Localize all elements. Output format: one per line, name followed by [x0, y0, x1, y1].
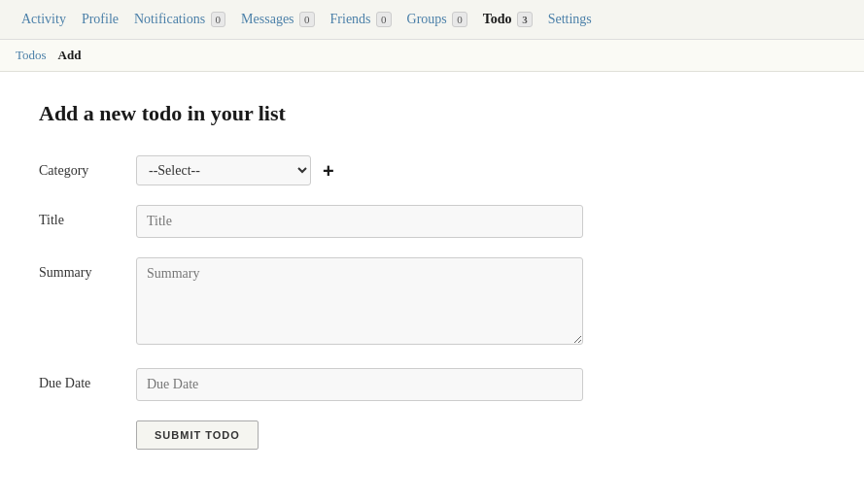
title-row: Title: [39, 205, 719, 238]
top-nav: Activity Profile Notifications 0 Message…: [0, 0, 864, 40]
nav-label-groups: Groups: [407, 12, 447, 26]
messages-badge: 0: [299, 12, 315, 27]
subnav-item-add[interactable]: Add: [58, 48, 82, 63]
groups-badge: 0: [452, 12, 467, 27]
sub-nav: Todos Add: [0, 40, 864, 72]
nav-item-settings[interactable]: Settings: [542, 8, 598, 31]
nav-label-todo: Todo: [483, 12, 512, 26]
title-label: Title: [39, 205, 136, 228]
nav-item-groups[interactable]: Groups 0: [401, 8, 473, 31]
due-date-input[interactable]: [136, 368, 583, 401]
summary-textarea[interactable]: [136, 257, 583, 345]
due-date-label: Due Date: [39, 368, 136, 391]
submit-row: SUBMIT TODO: [136, 420, 719, 450]
nav-label-friends: Friends: [330, 12, 371, 26]
category-select[interactable]: --Select--: [136, 155, 311, 185]
subnav-item-todos[interactable]: Todos: [16, 48, 47, 63]
nav-item-friends[interactable]: Friends 0: [325, 8, 397, 31]
main-content: Add a new todo in your list Category --S…: [0, 72, 864, 479]
nav-item-profile[interactable]: Profile: [76, 8, 124, 31]
notifications-badge: 0: [211, 12, 226, 27]
title-input[interactable]: [136, 205, 583, 238]
add-category-button[interactable]: +: [319, 159, 338, 183]
category-label: Category: [39, 155, 136, 179]
submit-button[interactable]: SUBMIT TODO: [136, 420, 259, 450]
nav-label-notifications: Notifications: [134, 12, 205, 26]
due-date-row: Due Date: [39, 368, 719, 401]
category-row: Category --Select-- +: [39, 155, 719, 185]
due-date-field: [136, 368, 583, 401]
page-title: Add a new todo in your list: [39, 101, 825, 126]
category-field: --Select-- +: [136, 155, 583, 185]
todo-form: Category --Select-- + Title Summary: [39, 155, 719, 450]
nav-item-activity[interactable]: Activity: [16, 8, 72, 31]
nav-item-notifications[interactable]: Notifications 0: [128, 8, 231, 31]
todo-badge: 3: [517, 12, 533, 27]
friends-badge: 0: [376, 12, 392, 27]
summary-label: Summary: [39, 257, 136, 281]
title-field: [136, 205, 583, 238]
nav-item-messages[interactable]: Messages 0: [235, 8, 320, 31]
summary-row: Summary: [39, 257, 719, 349]
summary-field: [136, 257, 583, 349]
nav-item-todo[interactable]: Todo 3: [477, 8, 538, 31]
nav-label-messages: Messages: [241, 12, 294, 26]
